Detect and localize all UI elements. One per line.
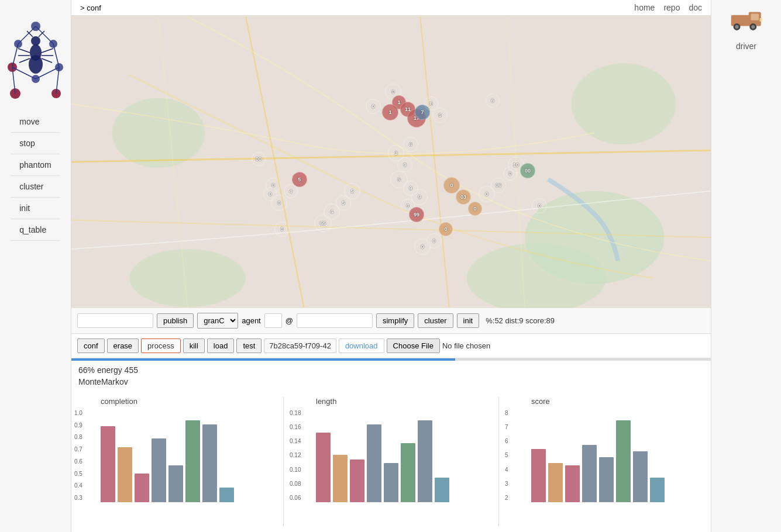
chart-bar <box>418 420 432 502</box>
chart-bar <box>633 451 648 502</box>
conf-button[interactable]: conf <box>77 338 105 353</box>
init-button[interactable]: init <box>457 313 480 328</box>
cluster-dot: 6 <box>486 94 500 108</box>
chart-bar <box>367 424 381 502</box>
sidebar-item-phantom[interactable]: phantom <box>11 154 60 176</box>
sidebar-item-q_table[interactable]: q_table <box>11 219 60 241</box>
chart-bar <box>435 478 449 502</box>
y-label: 0.7 <box>74 446 82 452</box>
topbar: > conf home repo doc <box>71 0 711 16</box>
chart-bar <box>135 474 149 502</box>
completion-bars <box>101 409 274 502</box>
driver-icon <box>729 6 764 37</box>
cluster-dot: 0 <box>468 202 482 216</box>
chart-divider-2 <box>498 397 499 526</box>
completion-label: completion <box>71 397 137 406</box>
y-label: 3 <box>505 481 508 487</box>
nav-repo[interactable]: repo <box>663 3 680 12</box>
chart-bar <box>548 463 563 502</box>
sidebar-item-stop[interactable]: stop <box>11 133 60 154</box>
cluster-dot: 00 <box>252 152 266 166</box>
svg-line-24 <box>42 49 53 53</box>
nav-doc[interactable]: doc <box>689 3 702 12</box>
svg-line-26 <box>42 58 52 63</box>
svg-point-17 <box>31 36 40 46</box>
chart-bar <box>316 433 331 502</box>
at-symbol: @ <box>285 316 293 325</box>
right-sidebar: driver <box>711 0 781 532</box>
cluster-dot: 99 <box>409 207 424 222</box>
completion-y-axis: 1.0 0.9 0.8 0.7 0.6 0.5 0.4 0.3 <box>74 409 82 502</box>
process-button[interactable]: process <box>141 338 181 353</box>
sidebar-item-init[interactable]: init <box>11 198 60 219</box>
breadcrumb: > conf <box>80 4 101 12</box>
cluster-dot: 8 <box>403 137 418 152</box>
chart-bar <box>350 460 364 502</box>
logo <box>6 6 65 105</box>
controls-bar: http://localhost/an publish granC agent … <box>71 308 711 334</box>
length-bars <box>316 409 490 502</box>
driver-truck-icon <box>729 6 764 35</box>
y-label: 1.0 <box>74 410 82 416</box>
svg-line-23 <box>19 58 30 63</box>
download-button[interactable]: download <box>339 338 384 353</box>
simplify-button[interactable]: simplify <box>376 313 414 328</box>
chart-bar <box>101 426 115 502</box>
completion-chart: completion 1.0 0.9 0.8 0.7 0.6 0.5 0.4 0… <box>71 397 280 526</box>
map-background <box>71 16 711 308</box>
y-label: 7 <box>505 424 508 430</box>
score-chart-inner: 8 7 6 5 4 3 2 <box>502 409 711 502</box>
erase-button[interactable]: erase <box>107 338 139 353</box>
main-content: > conf home repo doc <box>71 0 711 532</box>
svg-line-21 <box>18 49 30 53</box>
cluster-dot: 0 <box>443 177 460 194</box>
y-label: 0.18 <box>290 410 301 416</box>
chart-bar <box>202 424 217 502</box>
load-button[interactable]: load <box>207 338 235 353</box>
svg-point-30 <box>129 249 246 307</box>
y-label: 0.4 <box>74 482 82 489</box>
cluster-dot: 0 <box>263 187 277 201</box>
svg-rect-46 <box>759 18 762 22</box>
driver-label: driver <box>736 42 756 51</box>
y-label: 0.14 <box>290 438 301 444</box>
address-input[interactable] <box>297 313 373 328</box>
y-label: 8 <box>505 410 508 416</box>
cluster-dot: 4 <box>284 184 298 198</box>
y-label: 0.6 <box>74 458 82 465</box>
agent-input[interactable] <box>264 313 282 328</box>
score-bars <box>531 409 705 502</box>
chart-bar <box>219 488 234 502</box>
score-chart: score 8 7 6 5 4 3 2 <box>502 397 711 526</box>
kill-button[interactable]: kill <box>183 338 205 353</box>
sidebar-item-move[interactable]: move <box>11 111 60 133</box>
cluster-button[interactable]: cluster <box>418 313 453 328</box>
svg-point-29 <box>112 98 205 168</box>
publish-button[interactable]: publish <box>157 313 194 328</box>
granc-select[interactable]: granC <box>197 313 238 329</box>
y-label: 5 <box>505 452 508 458</box>
chart-bar <box>599 457 614 502</box>
test-button[interactable]: test <box>236 338 262 353</box>
map-container: 0011111776600839999999554550030006010000… <box>71 16 711 308</box>
nav-items: movestopphantomclusterinitq_table <box>11 111 60 241</box>
action-bar: conf erase process kill load test 7b28ca… <box>71 334 711 358</box>
nav-links: home repo doc <box>634 3 702 12</box>
y-label: 0.06 <box>290 495 301 501</box>
svg-point-31 <box>572 63 676 144</box>
energy-text: 66% energy 455 <box>78 365 704 375</box>
choose-file-button[interactable]: Choose File <box>387 338 440 353</box>
y-label: 0.9 <box>74 422 82 429</box>
cluster-dot: 0 <box>414 239 431 255</box>
completion-chart-inner: 1.0 0.9 0.8 0.7 0.6 0.5 0.4 0.3 <box>71 409 280 502</box>
svg-point-18 <box>29 55 43 74</box>
url-input[interactable]: http://localhost/an <box>77 313 153 328</box>
y-label: 0.16 <box>290 424 301 430</box>
status-text: %:52 dist:9 score:89 <box>486 316 555 325</box>
cluster-dot: 0 <box>274 222 290 237</box>
cluster-dot: 55 <box>314 215 332 232</box>
length-chart-inner: 0.18 0.16 0.14 0.12 0.10 0.08 0.06 <box>287 409 496 502</box>
nav-home[interactable]: home <box>634 3 655 12</box>
sidebar-item-cluster[interactable]: cluster <box>11 176 60 198</box>
agent-label: agent <box>242 316 261 325</box>
